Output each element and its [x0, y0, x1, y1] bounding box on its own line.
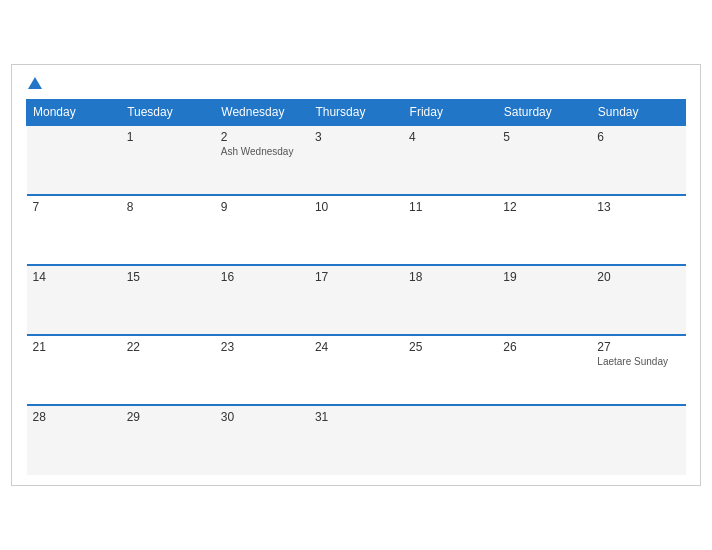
- calendar-cell: 18: [403, 265, 497, 335]
- calendar-cell: 20: [591, 265, 685, 335]
- weekday-sunday: Sunday: [591, 100, 685, 126]
- calendar-cell: 25: [403, 335, 497, 405]
- weekday-friday: Friday: [403, 100, 497, 126]
- day-number: 25: [409, 340, 491, 354]
- calendar-cell: [591, 405, 685, 475]
- day-number: 11: [409, 200, 491, 214]
- calendar-header: [26, 77, 686, 89]
- logo-triangle-icon: [28, 77, 42, 89]
- day-number: 16: [221, 270, 303, 284]
- calendar-cell: 1: [121, 125, 215, 195]
- calendar-cell: 13: [591, 195, 685, 265]
- weekday-tuesday: Tuesday: [121, 100, 215, 126]
- calendar-cell: 15: [121, 265, 215, 335]
- calendar-cell: [403, 405, 497, 475]
- day-event: Ash Wednesday: [221, 146, 303, 157]
- day-number: 3: [315, 130, 397, 144]
- calendar-cell: 12: [497, 195, 591, 265]
- calendar-cell: [497, 405, 591, 475]
- calendar-cell: 11: [403, 195, 497, 265]
- day-number: 4: [409, 130, 491, 144]
- calendar-cell: 28: [27, 405, 121, 475]
- weekday-monday: Monday: [27, 100, 121, 126]
- calendar-cell: 29: [121, 405, 215, 475]
- calendar-cell: 10: [309, 195, 403, 265]
- day-number: 23: [221, 340, 303, 354]
- calendar-cell: 5: [497, 125, 591, 195]
- day-number: 2: [221, 130, 303, 144]
- calendar-week-row: 12Ash Wednesday3456: [27, 125, 686, 195]
- day-number: 31: [315, 410, 397, 424]
- day-number: 1: [127, 130, 209, 144]
- day-number: 24: [315, 340, 397, 354]
- day-number: 29: [127, 410, 209, 424]
- calendar-cell: 23: [215, 335, 309, 405]
- day-number: 15: [127, 270, 209, 284]
- calendar-cell: 21: [27, 335, 121, 405]
- day-number: 13: [597, 200, 679, 214]
- day-number: 20: [597, 270, 679, 284]
- calendar-cell: 6: [591, 125, 685, 195]
- day-number: 27: [597, 340, 679, 354]
- day-number: 17: [315, 270, 397, 284]
- calendar-cell: 31: [309, 405, 403, 475]
- day-event: Laetare Sunday: [597, 356, 679, 367]
- calendar-container: Monday Tuesday Wednesday Thursday Friday…: [11, 64, 701, 486]
- day-number: 9: [221, 200, 303, 214]
- calendar-cell: 19: [497, 265, 591, 335]
- calendar-week-row: 14151617181920: [27, 265, 686, 335]
- calendar-cell: 9: [215, 195, 309, 265]
- calendar-cell: 7: [27, 195, 121, 265]
- logo: [26, 77, 42, 89]
- calendar-cell: [27, 125, 121, 195]
- calendar-cell: 8: [121, 195, 215, 265]
- calendar-cell: 14: [27, 265, 121, 335]
- calendar-cell: 30: [215, 405, 309, 475]
- day-number: 12: [503, 200, 585, 214]
- day-number: 19: [503, 270, 585, 284]
- day-number: 30: [221, 410, 303, 424]
- calendar-cell: 3: [309, 125, 403, 195]
- day-number: 10: [315, 200, 397, 214]
- day-number: 14: [33, 270, 115, 284]
- calendar-cell: 2Ash Wednesday: [215, 125, 309, 195]
- weekday-wednesday: Wednesday: [215, 100, 309, 126]
- calendar-cell: 27Laetare Sunday: [591, 335, 685, 405]
- calendar-cell: 26: [497, 335, 591, 405]
- day-number: 7: [33, 200, 115, 214]
- weekday-thursday: Thursday: [309, 100, 403, 126]
- weekday-header-row: Monday Tuesday Wednesday Thursday Friday…: [27, 100, 686, 126]
- day-number: 18: [409, 270, 491, 284]
- day-number: 28: [33, 410, 115, 424]
- calendar-cell: 16: [215, 265, 309, 335]
- calendar-cell: 24: [309, 335, 403, 405]
- day-number: 21: [33, 340, 115, 354]
- calendar-cell: 4: [403, 125, 497, 195]
- day-number: 8: [127, 200, 209, 214]
- day-number: 26: [503, 340, 585, 354]
- day-number: 6: [597, 130, 679, 144]
- calendar-week-row: 28293031: [27, 405, 686, 475]
- calendar-cell: 17: [309, 265, 403, 335]
- calendar-week-row: 78910111213: [27, 195, 686, 265]
- calendar-cell: 22: [121, 335, 215, 405]
- calendar-grid: Monday Tuesday Wednesday Thursday Friday…: [26, 99, 686, 475]
- day-number: 5: [503, 130, 585, 144]
- day-number: 22: [127, 340, 209, 354]
- weekday-saturday: Saturday: [497, 100, 591, 126]
- calendar-week-row: 21222324252627Laetare Sunday: [27, 335, 686, 405]
